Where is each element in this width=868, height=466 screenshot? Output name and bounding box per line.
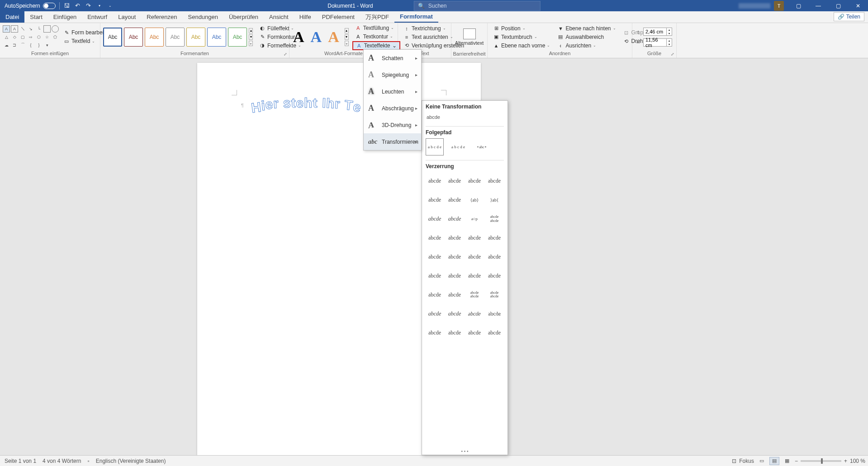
qat-dropdown-icon[interactable]: ▾: [96, 2, 103, 9]
warp-option[interactable]: abcde: [446, 210, 464, 227]
warp-option[interactable]: abcde: [465, 248, 484, 265]
shape-textbox2-icon[interactable]: A: [11, 25, 18, 33]
shape-textbox-icon[interactable]: A: [3, 25, 10, 33]
alt-text-button[interactable]: Alternativtext: [455, 24, 484, 50]
tab-start[interactable]: Start: [24, 11, 47, 23]
style-item[interactable]: Abc: [207, 28, 226, 47]
tab-wanxing[interactable]: 万兴PDF: [360, 11, 394, 23]
gallery-scroll[interactable]: ▴▾⌄: [249, 28, 253, 46]
warp-option[interactable]: ⟨ab⟩: [465, 191, 484, 208]
language-indicator[interactable]: Englisch (Vereinigte Staaten): [96, 458, 166, 464]
page-indicator[interactable]: Seite 1 von 1: [5, 458, 36, 464]
close-icon[interactable]: ✕: [848, 0, 868, 11]
warp-option[interactable]: abcde: [446, 267, 464, 284]
menu-3d-rotation[interactable]: A3D-Drehung▸: [364, 117, 421, 133]
bring-forward-button[interactable]: ▲Ebene nach vorne⌄: [490, 42, 553, 50]
warp-option[interactable]: abcde: [465, 172, 484, 189]
tab-review[interactable]: Überprüfen: [223, 11, 264, 23]
tab-shapeformat[interactable]: Formformat: [394, 11, 438, 23]
shape-star-icon[interactable]: ☆: [43, 33, 51, 41]
search-input[interactable]: 🔍 Suchen: [414, 1, 541, 11]
ribbon-options-icon[interactable]: ▢: [788, 0, 808, 11]
height-input[interactable]: 2,46 cm▴▾: [643, 28, 672, 36]
tab-file[interactable]: Datei: [0, 11, 24, 23]
warp-option[interactable]: abcde: [426, 267, 444, 284]
menu-bevel[interactable]: AAbschrägung▸: [364, 100, 421, 117]
shape-hex-icon[interactable]: ⬡: [35, 33, 43, 41]
shape-oval-icon[interactable]: [52, 25, 59, 33]
wordart-gallery[interactable]: A A A: [289, 28, 343, 46]
dialog-launcher-icon[interactable]: ⤢: [283, 52, 288, 57]
shape-more-icon[interactable]: ▾: [43, 42, 51, 49]
send-backward-button[interactable]: ▼Ebene nach hinten⌄: [555, 24, 618, 33]
dialog-launcher-icon[interactable]: ⤢: [670, 52, 675, 57]
undo-icon[interactable]: ↶: [74, 2, 81, 9]
warp-option[interactable]: abcde: [464, 305, 485, 322]
read-mode-icon[interactable]: ▭: [757, 457, 767, 465]
shape-arrow2-icon[interactable]: ⇨: [27, 33, 34, 41]
warp-option[interactable]: abcde: [446, 172, 464, 189]
shape-cloud-icon[interactable]: ☁: [3, 42, 10, 49]
warp-option[interactable]: abcdeabcde: [465, 286, 484, 303]
tab-design[interactable]: Entwurf: [82, 11, 113, 23]
tab-layout[interactable]: Layout: [113, 11, 141, 23]
text-fill-button[interactable]: ATextfüllung⌄: [352, 24, 400, 32]
tab-pdfelement[interactable]: PDFelement: [317, 11, 360, 23]
tab-insert[interactable]: Einfügen: [48, 11, 82, 23]
wordart-style-icon[interactable]: A: [293, 28, 304, 46]
wordart-object[interactable]: Hier steht Ihr Te: [251, 95, 362, 111]
warp-option[interactable]: abcde: [485, 172, 503, 189]
autosave-toggle[interactable]: AutoSpeichern: [5, 3, 56, 9]
word-count[interactable]: 4 von 4 Wörtern: [43, 458, 81, 464]
style-item[interactable]: Abc: [166, 28, 185, 47]
no-transform-option[interactable]: abcde: [426, 113, 504, 122]
warp-option[interactable]: abcde: [446, 229, 464, 246]
shape-pent-icon[interactable]: ⬠: [52, 33, 59, 41]
warp-option[interactable]: abcde: [426, 324, 444, 341]
warp-option[interactable]: abcde: [426, 305, 444, 322]
warp-option[interactable]: ⟩ab⟨: [485, 191, 503, 208]
menu-glow[interactable]: ALeuchten▸: [364, 83, 421, 100]
warp-option[interactable]: abcde: [485, 248, 503, 265]
save-icon[interactable]: 🖫: [63, 2, 71, 9]
width-input[interactable]: 11,56 cm▴▾: [643, 38, 672, 47]
zoom-level[interactable]: 100 %: [850, 458, 865, 464]
menu-shadow[interactable]: ASchatten▸: [364, 50, 421, 66]
warp-option[interactable]: abcde: [446, 305, 464, 322]
panel-resize-icon[interactable]: • • •: [422, 449, 508, 454]
shape-style-gallery[interactable]: Abc Abc Abc Abc Abc Abc Abc: [103, 28, 247, 47]
warp-option[interactable]: a○p: [465, 210, 484, 227]
warp-option[interactable]: abcde: [446, 286, 464, 303]
menu-transform[interactable]: abcTransformieren▸: [364, 133, 421, 150]
warp-option[interactable]: abcde: [426, 210, 444, 227]
warp-option[interactable]: abcde: [485, 229, 503, 246]
warp-option[interactable]: abcde: [446, 191, 464, 208]
warp-option[interactable]: abcde: [426, 191, 444, 208]
wrap-button[interactable]: ▣Textumbruch⌄: [490, 33, 553, 41]
warp-option[interactable]: abcde: [465, 267, 484, 284]
gallery-scroll[interactable]: ▴▾⌄: [345, 28, 349, 46]
position-button[interactable]: ⊞Position⌄: [490, 24, 553, 33]
maximize-icon[interactable]: ▢: [828, 0, 848, 11]
warp-option[interactable]: abcde: [426, 248, 444, 265]
shape-diamond-icon[interactable]: ◇: [11, 33, 18, 41]
tab-mailings[interactable]: Sendungen: [183, 11, 224, 23]
selection-pane-button[interactable]: ▤Auswahlbereich: [555, 33, 618, 41]
menu-reflection[interactable]: ASpiegelung▸: [364, 66, 421, 83]
style-item[interactable]: Abc: [145, 28, 164, 47]
shape-line-icon[interactable]: ＼: [19, 25, 26, 33]
wordart-style-icon[interactable]: A: [328, 28, 339, 46]
shape-triangle-icon[interactable]: △: [3, 33, 10, 41]
warp-option[interactable]: abcde: [426, 229, 444, 246]
print-layout-icon[interactable]: ▤: [769, 457, 779, 465]
shape-gallery[interactable]: A A ＼ ↘ └ △ ◇ ▢ ⇨ ⬡ ☆ ⬠ ☁ ⊐ ⌒ { } ▾: [3, 25, 59, 49]
focus-label[interactable]: Fokus: [739, 458, 754, 464]
text-outline-button[interactable]: ATextkontur⌄: [352, 33, 400, 41]
qat-customize-icon[interactable]: ⌄: [107, 2, 114, 9]
shape-roundrect-icon[interactable]: ▢: [19, 33, 26, 41]
web-layout-icon[interactable]: ▦: [782, 457, 792, 465]
warp-option[interactable]: abcdeabcde: [485, 210, 503, 227]
shape-brace2-icon[interactable]: }: [35, 42, 43, 49]
shape-arc-icon[interactable]: ⌒: [19, 42, 26, 49]
tab-view[interactable]: Ansicht: [264, 11, 294, 23]
